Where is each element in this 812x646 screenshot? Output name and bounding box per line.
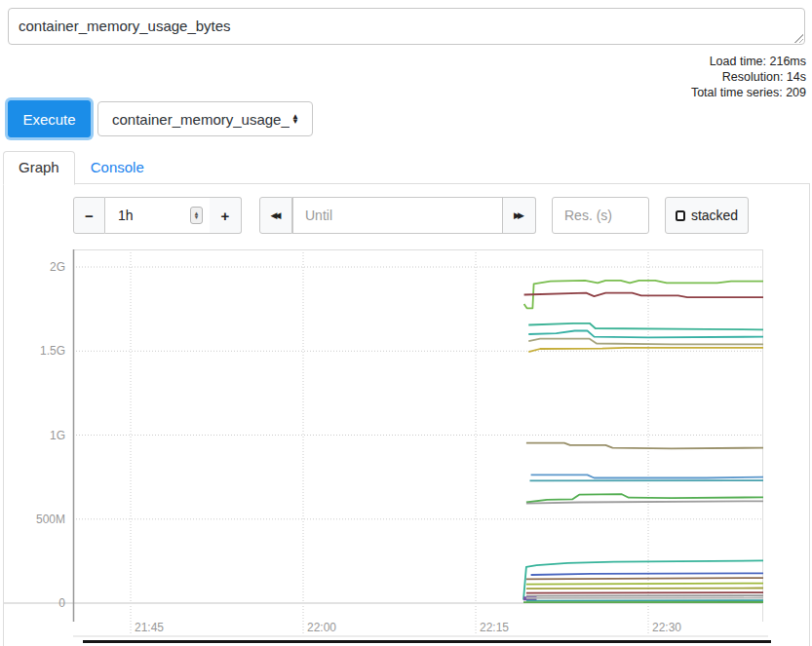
- metric-select-value: container_memory_usage_bytes: [112, 111, 290, 128]
- tab-console[interactable]: Console: [75, 151, 160, 184]
- shift-back-button[interactable]: ◀◀: [259, 197, 292, 234]
- total-time-series: Total time series: 209: [691, 85, 806, 100]
- stacked-checkbox-icon: [676, 210, 685, 221]
- graph-panel: − ▲▼ + ◀◀ ▶▶: [3, 183, 810, 646]
- range-increase-button[interactable]: +: [210, 197, 242, 234]
- stepper-icon[interactable]: ▲▼: [190, 207, 203, 224]
- resolution-input[interactable]: [552, 197, 649, 234]
- svg-text:22:15: 22:15: [480, 621, 509, 634]
- svg-text:2G: 2G: [50, 260, 65, 274]
- load-time: Load time: 216ms: [691, 54, 806, 69]
- svg-text:22:30: 22:30: [652, 621, 681, 634]
- time-shift-group: ◀◀ ▶▶: [259, 197, 536, 234]
- expression-input[interactable]: container_memory_usage_bytes: [8, 8, 805, 45]
- execute-button[interactable]: Execute: [8, 100, 91, 137]
- tab-bar: Graph Console: [3, 151, 160, 184]
- svg-text:500M: 500M: [36, 513, 65, 526]
- select-arrows-icon: ▲▼: [291, 114, 299, 124]
- range-control-group: − ▲▼ +: [73, 197, 242, 234]
- tab-graph[interactable]: Graph: [3, 151, 75, 185]
- until-input[interactable]: [292, 197, 503, 234]
- svg-text:22:00: 22:00: [307, 621, 336, 634]
- shift-forward-button[interactable]: ▶▶: [503, 197, 536, 234]
- svg-text:1.5G: 1.5G: [40, 344, 65, 358]
- textarea-resize-handle-icon[interactable]: [793, 33, 803, 43]
- stacked-toggle-button[interactable]: stacked: [665, 197, 749, 234]
- legend-row-cutoff[interactable]: [83, 640, 771, 643]
- range-decrease-button[interactable]: −: [73, 197, 105, 234]
- forward-icon: ▶▶: [514, 210, 522, 220]
- svg-text:0: 0: [58, 596, 65, 610]
- query-stats: Load time: 216ms Resolution: 14s Total t…: [691, 54, 806, 100]
- metric-select[interactable]: container_memory_usage_bytes ▲▼: [97, 101, 313, 136]
- prometheus-expression-browser: container_memory_usage_bytes Load time: …: [0, 0, 812, 646]
- time-series-chart[interactable]: 21:4522:0022:1522:302G1.5G1G500M0: [4, 249, 770, 637]
- resolution: Resolution: 14s: [691, 69, 806, 85]
- graph-controls: − ▲▼ + ◀◀ ▶▶: [73, 197, 749, 234]
- rewind-icon: ◀◀: [271, 210, 279, 220]
- svg-text:21:45: 21:45: [135, 621, 164, 634]
- svg-text:1G: 1G: [50, 429, 65, 442]
- stacked-label: stacked: [691, 208, 738, 223]
